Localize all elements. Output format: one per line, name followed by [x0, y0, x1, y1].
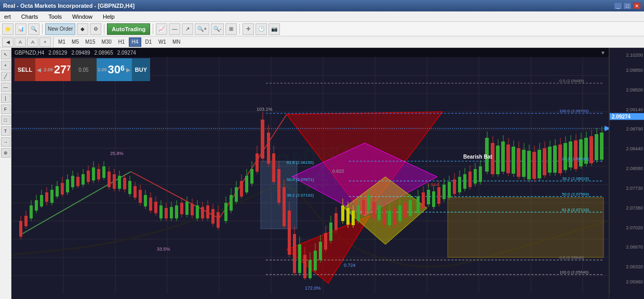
price-31: 2.06670	[626, 244, 643, 250]
fib-zone-rectangle	[448, 198, 603, 257]
spread-panel: 0.05	[71, 58, 97, 81]
price-26: 2.08440	[626, 146, 643, 151]
new-order-button[interactable]: New Order	[45, 23, 75, 35]
tf-m5[interactable]: M5	[69, 37, 82, 47]
chart-low: 2.08965	[95, 50, 113, 56]
toolbar-time-btn[interactable]: 🕐	[256, 23, 267, 35]
sell-price-big: 27	[54, 64, 66, 75]
tool-zoom[interactable]: ⊕	[1, 148, 10, 158]
sell-button[interactable]: SELL ◀ 2.09 277	[15, 58, 71, 81]
current-price-label: 2.09274	[610, 113, 644, 120]
label-103: 103.1%	[257, 107, 273, 112]
tf-w1[interactable]: W1	[156, 37, 169, 47]
tf-d1[interactable]: D1	[142, 37, 155, 47]
tf-h4[interactable]: H4	[129, 37, 141, 47]
chart-info-bar: GBPNZD,H4 2.09129 2.09489 2.08965 2.0927…	[11, 48, 609, 57]
tf-mn[interactable]: MN	[170, 37, 183, 47]
toolbar-hline-btn[interactable]: —	[169, 23, 180, 35]
tool-fib[interactable]: F	[1, 105, 10, 114]
toolbar-cross-btn[interactable]: ✛	[243, 23, 254, 35]
toolbar-line-btn[interactable]: 📈	[156, 23, 167, 35]
buy-arrow-icon: ▶	[125, 67, 132, 73]
menubar: ert Charts Tools Window Help	[0, 11, 644, 22]
toolbar-btn-4[interactable]: ◆	[77, 23, 88, 35]
collapse-btn[interactable]: ▼	[600, 50, 606, 56]
price-axis: 2.09274 2.10200 2.09850 2.09500 2.09140 …	[609, 48, 644, 299]
label-fib-100-top: 100.0 (2.09702)	[559, 109, 589, 113]
price-27: 2.08080	[626, 166, 643, 171]
left-toolbar: ↖ + ╱ — | F □ T → ⊕	[0, 48, 11, 299]
toolbar-screenshot-btn[interactable]: 📷	[269, 23, 280, 35]
label-0724: 0.724	[344, 263, 356, 268]
price-28: 2.07730	[626, 186, 643, 191]
tool-text[interactable]: T	[1, 126, 10, 136]
toolbar-zoomin-btn[interactable]: 🔍+	[195, 23, 209, 35]
watermark: TRADING TWIST	[232, 121, 388, 226]
chart-high: 2.09274	[117, 50, 136, 56]
sell-prefix: 2.09	[43, 67, 54, 72]
buy-button[interactable]: 2.09 306 ▶ BUY	[97, 58, 150, 81]
autotrading-button[interactable]: AutoTrading	[107, 23, 150, 35]
price-32: 2.06320	[626, 264, 643, 269]
tool-arrow[interactable]: →	[1, 137, 10, 147]
label-335: 33.5%	[157, 246, 170, 252]
sell-price-small: 7	[66, 64, 71, 72]
nav-cursor[interactable]: +	[39, 37, 51, 47]
nav-right[interactable]: A	[15, 37, 26, 47]
new-order-label: New Order	[48, 26, 73, 32]
nav-left[interactable]: ◀	[2, 37, 14, 47]
close-button[interactable]: ✕	[633, 2, 641, 9]
tool-line[interactable]: ╱	[1, 72, 10, 81]
toolbar-trend-btn[interactable]: ↗	[182, 23, 193, 35]
label-bearish-bat: Bearish Bat	[463, 154, 492, 160]
toolbar-btn-5[interactable]: ⚙	[90, 23, 101, 35]
label-fib-0-top: 0.0 (2.09489)	[559, 79, 584, 83]
tool-cursor[interactable]: ↖	[1, 50, 10, 59]
price-30: 2.07020	[626, 225, 643, 230]
toolbar-btn-1[interactable]: ⭐	[2, 23, 14, 35]
toolbar-sep-4	[239, 24, 240, 34]
maximize-button[interactable]: □	[623, 2, 632, 9]
menu-window[interactable]: Window	[70, 14, 95, 20]
price-33: 2.05960	[626, 279, 643, 284]
tool-hline[interactable]: —	[1, 83, 10, 92]
toolbar-btn-3[interactable]: 🔍	[28, 23, 39, 35]
toolbar-sep-1	[42, 24, 43, 34]
menu-help[interactable]: Help	[101, 14, 117, 20]
minimize-button[interactable]: _	[614, 2, 622, 9]
buy-price-small: 6	[120, 64, 125, 72]
chart-bid: 2.09129	[48, 50, 67, 56]
chart-area: ↖ + ╱ — | F □ T → ⊕ GBPNZD,H4 2.09129 2.…	[0, 48, 644, 299]
tf-m30[interactable]: M30	[99, 37, 114, 47]
chart-symbol-tf: GBPNZD,H4	[15, 50, 44, 56]
chart-canvas[interactable]: GBPNZD,H4 2.09129 2.09489 2.08965 2.0927…	[11, 48, 609, 299]
buy-price-big: 30	[108, 64, 120, 75]
buy-label: BUY	[132, 58, 150, 81]
menu-tools[interactable]: Tools	[46, 14, 64, 20]
toolbar-grid-btn[interactable]: ⊞	[225, 23, 237, 35]
label-fib-0-bot: 0.0 (2.05640)	[559, 255, 584, 260]
price-21: 2.10200	[626, 53, 643, 58]
toolbar-btn-2[interactable]: 📊	[15, 23, 26, 35]
label-172: 172.0%	[305, 285, 321, 291]
tf-m1[interactable]: M1	[56, 37, 68, 47]
tf-h1[interactable]: H1	[115, 37, 128, 47]
toolbar-zoomout-btn[interactable]: 🔍-	[211, 23, 224, 35]
menu-charts[interactable]: Charts	[19, 14, 40, 20]
buy-prefix: 2.09	[97, 67, 108, 72]
tool-crosshair[interactable]: +	[1, 61, 10, 70]
tf-m15[interactable]: M15	[83, 37, 98, 47]
price-24: 2.09140	[626, 107, 643, 112]
titlebar: Real - Octa Markets Incorporated - [GBPN…	[0, 0, 644, 11]
price-23: 2.09500	[626, 87, 643, 93]
menu-ert[interactable]: ert	[2, 14, 13, 20]
nav-A[interactable]: A	[27, 37, 38, 47]
spread-value: 0.05	[78, 67, 88, 73]
label-fib-100-bot: 100.0 (2.05640)	[559, 270, 589, 275]
tool-rect[interactable]: □	[1, 115, 10, 125]
price-22: 2.09850	[626, 68, 643, 73]
toolbar-sep-2	[104, 24, 104, 34]
price-25: 2.08790	[626, 126, 643, 132]
tool-vline[interactable]: |	[1, 94, 10, 103]
toolbar: ⭐ 📊 🔍 New Order ◆ ⚙ AutoTrading 📈 — ↗ 🔍+…	[0, 22, 644, 36]
